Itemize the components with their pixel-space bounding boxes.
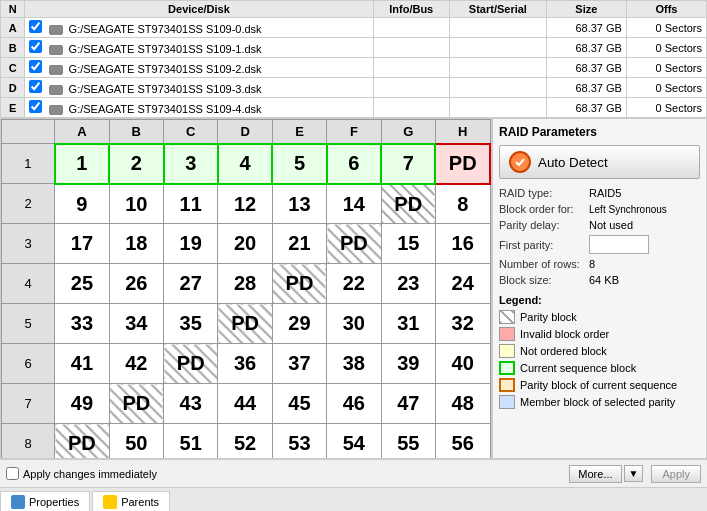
- grid-col-header: F: [327, 120, 381, 144]
- disk-row-offset: 0 Sectors: [626, 58, 706, 78]
- disk-row: E G:/SEAGATE ST973401SS S109-4.dsk 68.37…: [1, 98, 707, 118]
- grid-cell: 43: [164, 384, 218, 424]
- apply-button[interactable]: Apply: [651, 465, 701, 483]
- bottom-bar: Apply changes immediately More... ▼ Appl…: [0, 459, 707, 487]
- auto-detect-label: Auto Detect: [538, 155, 608, 170]
- num-rows-row: Number of rows: 8: [499, 258, 700, 270]
- disk-row: D G:/SEAGATE ST973401SS S109-3.dsk 68.37…: [1, 78, 707, 98]
- disk-row-start: [449, 98, 546, 118]
- first-parity-row: First parity:: [499, 235, 700, 254]
- legend-label: Member block of selected parity: [520, 396, 675, 408]
- legend-item: Invalid block order: [499, 327, 700, 341]
- grid-cell: 54: [327, 424, 381, 459]
- disk-row-start: [449, 18, 546, 38]
- raid-grid-container: ABCDEFGH11234567PD291011121314PD83171819…: [0, 118, 492, 459]
- grid-row-header: 3: [2, 224, 55, 264]
- grid-cell: 46: [327, 384, 381, 424]
- raid-grid: ABCDEFGH11234567PD291011121314PD83171819…: [1, 119, 491, 459]
- grid-row-header: 4: [2, 264, 55, 304]
- grid-cell: PD: [55, 424, 109, 459]
- grid-cell: 37: [272, 344, 326, 384]
- grid-cell: 48: [435, 384, 490, 424]
- grid-cell: PD: [272, 264, 326, 304]
- disk-icon: [49, 65, 63, 75]
- block-size-label: Block size:: [499, 274, 589, 286]
- disk-row: B G:/SEAGATE ST973401SS S109-1.dsk 68.37…: [1, 38, 707, 58]
- apply-immediately-checkbox[interactable]: [6, 467, 19, 480]
- grid-cell: 42: [109, 344, 163, 384]
- grid-cell: 33: [55, 304, 109, 344]
- disk-row: A G:/SEAGATE ST973401SS S109-0.dsk 68.37…: [1, 18, 707, 38]
- parity-delay-label: Parity delay:: [499, 219, 589, 231]
- grid-cell: PD: [381, 184, 435, 224]
- disk-row-info: [373, 58, 449, 78]
- grid-cell: 11: [164, 184, 218, 224]
- auto-detect-button[interactable]: Auto Detect: [499, 145, 700, 179]
- legend-title: Legend:: [499, 294, 700, 306]
- grid-corner: [2, 120, 55, 144]
- disk-row-label: C: [1, 58, 25, 78]
- grid-cell: PD: [218, 304, 272, 344]
- disk-row-info: [373, 78, 449, 98]
- grid-cell: 50: [109, 424, 163, 459]
- disk-checkbox[interactable]: [29, 40, 42, 53]
- legend-label: Parity block of current sequence: [520, 379, 677, 391]
- grid-cell: 20: [218, 224, 272, 264]
- grid-cell: 39: [381, 344, 435, 384]
- parity-delay-value: Not used: [589, 219, 700, 231]
- raid-type-row: RAID type: RAID5: [499, 187, 700, 199]
- svg-point-0: [510, 152, 530, 172]
- grid-cell: 14: [327, 184, 381, 224]
- disk-row-info: [373, 18, 449, 38]
- legend-item: Not ordered block: [499, 344, 700, 358]
- grid-cell: 17: [55, 224, 109, 264]
- grid-cell: 21: [272, 224, 326, 264]
- disk-row-label: A: [1, 18, 25, 38]
- legend-swatch: [499, 310, 515, 324]
- col-header-start: Start/Serial: [449, 1, 546, 18]
- legend-section: Legend: Parity block Invalid block order…: [499, 294, 700, 409]
- disk-row-info: [373, 98, 449, 118]
- grid-col-header: C: [164, 120, 218, 144]
- legend-swatch: [499, 395, 515, 409]
- legend-swatch: [499, 344, 515, 358]
- grid-cell: 24: [435, 264, 490, 304]
- disk-checkbox[interactable]: [29, 100, 42, 113]
- grid-row: 749PD434445464748: [2, 384, 491, 424]
- grid-cell: PD: [327, 224, 381, 264]
- more-button[interactable]: More...: [569, 465, 621, 483]
- auto-detect-icon: [508, 150, 532, 174]
- disk-checkbox[interactable]: [29, 80, 42, 93]
- disk-row-size: 68.37 GB: [546, 98, 626, 118]
- disk-checkbox[interactable]: [29, 20, 42, 33]
- disk-row: C G:/SEAGATE ST973401SS S109-2.dsk 68.37…: [1, 58, 707, 78]
- grid-row: 425262728PD222324: [2, 264, 491, 304]
- grid-cell: 16: [435, 224, 490, 264]
- disk-row-size: 68.37 GB: [546, 78, 626, 98]
- grid-col-header: B: [109, 120, 163, 144]
- grid-row: 5333435PD29303132: [2, 304, 491, 344]
- raid-type-label: RAID type:: [499, 187, 589, 199]
- legend-label: Current sequence block: [520, 362, 636, 374]
- grid-cell: 32: [435, 304, 490, 344]
- grid-col-header: A: [55, 120, 109, 144]
- grid-cell: 10: [109, 184, 163, 224]
- grid-cell: PD: [435, 144, 490, 184]
- grid-cell: 52: [218, 424, 272, 459]
- grid-cell: 6: [327, 144, 381, 184]
- parents-icon: [103, 495, 117, 509]
- raid-params-panel: RAID Parameters Auto Detect RAID type: R…: [492, 118, 707, 459]
- tab-properties[interactable]: Properties: [0, 491, 90, 511]
- col-header-info: Info/Bus: [373, 1, 449, 18]
- grid-cell: PD: [164, 344, 218, 384]
- more-dropdown-button[interactable]: ▼: [624, 465, 644, 482]
- legend-label: Invalid block order: [520, 328, 609, 340]
- grid-cell: 8: [435, 184, 490, 224]
- legend-label: Parity block: [520, 311, 577, 323]
- disk-row-name: G:/SEAGATE ST973401SS S109-1.dsk: [25, 38, 373, 58]
- tab-parents[interactable]: Parents: [92, 491, 170, 511]
- col-header-device: Device/Disk: [25, 1, 373, 18]
- first-parity-input[interactable]: [589, 235, 649, 254]
- disk-icon: [49, 105, 63, 115]
- disk-checkbox[interactable]: [29, 60, 42, 73]
